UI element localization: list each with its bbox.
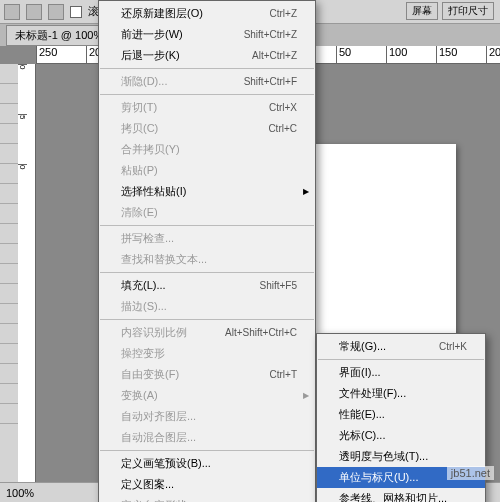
tools-panel <box>0 64 18 482</box>
menu-item[interactable]: 后退一步(K)Alt+Ctrl+Z <box>99 45 315 66</box>
brush-tool[interactable] <box>0 184 18 204</box>
menu-item[interactable]: 剪切(T)Ctrl+X <box>99 97 315 118</box>
menu-item[interactable]: 描边(S)... <box>99 296 315 317</box>
zoom-tool[interactable] <box>0 404 18 424</box>
vertical-ruler: 050 <box>18 64 36 482</box>
submenu-arrow-icon: ▶ <box>303 187 309 196</box>
shape-tool[interactable] <box>0 364 18 384</box>
menu-item[interactable]: 自动对齐图层... <box>99 406 315 427</box>
zoom-in-icon[interactable] <box>26 4 42 20</box>
eraser-tool[interactable] <box>0 224 18 244</box>
menu-item[interactable]: 光标(C)... <box>317 425 485 446</box>
menu-item[interactable]: 填充(L)...Shift+F5 <box>99 275 315 296</box>
document-tab[interactable]: 未标题-1 @ 100% <box>6 25 112 46</box>
menu-item[interactable]: 拼写检查... <box>99 228 315 249</box>
crop-tool[interactable] <box>0 144 18 164</box>
path-tool[interactable] <box>0 344 18 364</box>
menu-item[interactable]: 拷贝(C)Ctrl+C <box>99 118 315 139</box>
menu-item[interactable]: 界面(I)... <box>317 362 485 383</box>
view-buttons: 屏幕 打印尺寸 <box>406 2 494 20</box>
menu-item[interactable]: 粘贴(P) <box>99 160 315 181</box>
eyedropper-tool[interactable] <box>0 164 18 184</box>
marquee-tool[interactable] <box>0 84 18 104</box>
menu-item[interactable]: 参考线、网格和切片... <box>317 488 485 502</box>
menu-item[interactable]: 文件处理(F)... <box>317 383 485 404</box>
menu-item[interactable]: 透明度与色域(T)... <box>317 446 485 467</box>
watermark: jb51.net <box>447 466 494 480</box>
menu-item[interactable]: 清除(E) <box>99 202 315 223</box>
move-tool[interactable] <box>0 64 18 84</box>
zoom-level[interactable]: 100% <box>6 487 34 499</box>
menu-item[interactable]: 渐隐(D)...Shift+Ctrl+F <box>99 71 315 92</box>
menu-item[interactable]: 前进一步(W)Shift+Ctrl+Z <box>99 24 315 45</box>
type-tool[interactable] <box>0 324 18 344</box>
menu-item[interactable]: 操控变形 <box>99 343 315 364</box>
menu-item[interactable]: 自由变换(F)Ctrl+T <box>99 364 315 385</box>
pen-tool[interactable] <box>0 304 18 324</box>
tool-preset-icon[interactable] <box>4 4 20 20</box>
menu-item[interactable]: 自动混合图层... <box>99 427 315 448</box>
menu-item[interactable]: 内容识别比例Alt+Shift+Ctrl+C <box>99 322 315 343</box>
menu-item[interactable]: 变换(A)▶ <box>99 385 315 406</box>
scroll-all-checkbox[interactable] <box>70 6 82 18</box>
menu-item[interactable]: 常规(G)...Ctrl+K <box>317 336 485 357</box>
hand-tool[interactable] <box>0 384 18 404</box>
wand-tool[interactable] <box>0 124 18 144</box>
blur-tool[interactable] <box>0 264 18 284</box>
screen-button[interactable]: 屏幕 <box>406 2 438 20</box>
lasso-tool[interactable] <box>0 104 18 124</box>
menu-item[interactable]: 定义图案... <box>99 474 315 495</box>
menu-item[interactable]: 选择性粘贴(I)▶ <box>99 181 315 202</box>
menu-item[interactable]: 查找和替换文本... <box>99 249 315 270</box>
dodge-tool[interactable] <box>0 284 18 304</box>
menu-item[interactable]: 性能(E)... <box>317 404 485 425</box>
menu-item[interactable]: 定义画笔预设(B)... <box>99 453 315 474</box>
submenu-arrow-icon: ▶ <box>303 391 309 400</box>
menu-item[interactable]: 定义自定形状... <box>99 495 315 502</box>
edit-menu: 还原新建图层(O)Ctrl+Z前进一步(W)Shift+Ctrl+Z后退一步(K… <box>98 0 316 502</box>
menu-item[interactable]: 还原新建图层(O)Ctrl+Z <box>99 3 315 24</box>
print-size-button[interactable]: 打印尺寸 <box>442 2 494 20</box>
menu-item[interactable]: 合并拷贝(Y) <box>99 139 315 160</box>
gradient-tool[interactable] <box>0 244 18 264</box>
stamp-tool[interactable] <box>0 204 18 224</box>
zoom-out-icon[interactable] <box>48 4 64 20</box>
